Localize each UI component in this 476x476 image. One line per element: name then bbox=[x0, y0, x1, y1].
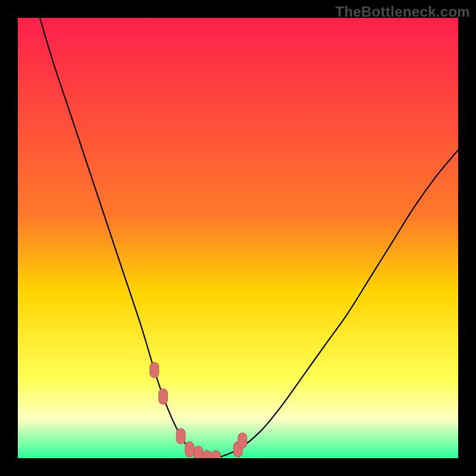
bottleneck-plot bbox=[18, 18, 458, 458]
highlight-marker bbox=[150, 362, 159, 378]
highlight-marker bbox=[159, 389, 168, 404]
highlight-marker bbox=[212, 450, 221, 458]
highlight-marker bbox=[238, 433, 247, 448]
highlight-marker bbox=[194, 446, 203, 458]
chart-stage: TheBottleneck.com bbox=[0, 0, 476, 476]
highlight-marker bbox=[203, 450, 212, 458]
highlight-marker bbox=[185, 441, 194, 457]
highlight-marker bbox=[176, 428, 185, 444]
gradient-background bbox=[18, 18, 458, 458]
